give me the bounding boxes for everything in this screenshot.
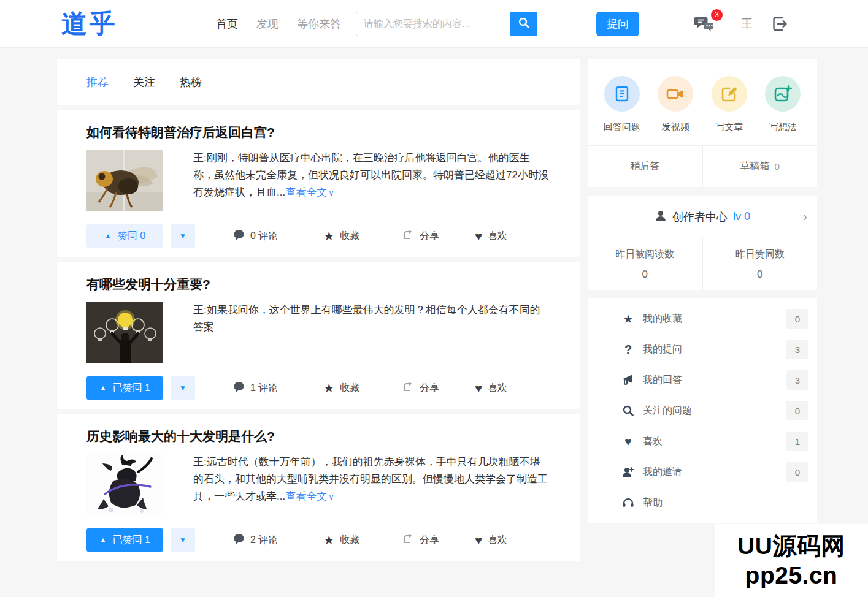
excerpt-text: 王:远古时代（数十万年前），我们的祖先赤身裸体，手中只有几块粗陋不堪的石头，和其…: [193, 456, 548, 502]
video-camera-icon: [658, 76, 693, 112]
nav-link-discover[interactable]: 发现: [256, 17, 278, 31]
write-idea-button[interactable]: 写想法: [756, 76, 810, 133]
answer-document-icon: [604, 76, 640, 112]
feed-tabs: 推荐 关注 热榜: [57, 59, 580, 105]
drafts-label: 草稿箱: [740, 160, 770, 173]
username-link[interactable]: 王: [741, 16, 753, 32]
question-excerpt: 王:远古时代（数十万年前），我们的祖先赤身裸体，手中只有几块粗陋不堪的石头，和其…: [193, 454, 550, 515]
question-title[interactable]: 历史影响最大的十大发明是什么?: [86, 428, 550, 445]
down-triangle-icon: ▼: [179, 536, 186, 544]
menu-item-help[interactable]: 帮助: [588, 487, 817, 518]
menu-item-my-answers[interactable]: 我的回答 3: [588, 365, 817, 395]
collect-button[interactable]: ★ 收藏: [323, 382, 359, 395]
logout-button[interactable]: [771, 15, 788, 32]
comments-button[interactable]: 0 评论: [233, 229, 278, 243]
like-button[interactable]: ♥ 喜欢: [475, 230, 507, 243]
downvote-button[interactable]: ▼: [171, 224, 195, 248]
question-thumbnail-fly-photo[interactable]: [86, 150, 163, 211]
search-icon: [518, 17, 530, 31]
tab-hot-list[interactable]: 热榜: [180, 75, 202, 89]
post-video-button[interactable]: 发视频: [649, 76, 703, 133]
excerpt-text: 王:刚刚，特朗普从医疗中心出院，在三晚治疗后他将返回白宫。他的医生称，虽然他未完…: [193, 152, 549, 198]
question-excerpt: 王:如果我问你，这个世界上有哪些最伟大的发明？相信每个人都会有不同的答案: [193, 302, 550, 363]
menu-item-my-questions[interactable]: ? 我的提问 3: [588, 334, 817, 365]
question-thumbnail-lightbulbs-photo[interactable]: [86, 302, 163, 363]
like-button[interactable]: ♥ 喜欢: [475, 534, 507, 547]
search-button[interactable]: [510, 12, 537, 36]
read-more-link[interactable]: 查看全文∨: [285, 186, 334, 198]
like-label: 喜欢: [488, 382, 507, 395]
caret-down-icon: ∨: [328, 492, 334, 501]
collect-label: 收藏: [340, 382, 359, 395]
question-excerpt: 王:刚刚，特朗普从医疗中心出院，在三晚治疗后他将返回白宫。他的医生称，虽然他未完…: [193, 150, 550, 211]
search-box: [356, 12, 537, 36]
chevron-right-icon: ›: [803, 210, 807, 224]
upvote-label: 已赞同 1: [113, 534, 150, 547]
collect-button[interactable]: ★ 收藏: [323, 230, 359, 243]
downvote-button[interactable]: ▼: [171, 528, 195, 552]
menu-item-my-invitations[interactable]: 我的邀请 0: [588, 457, 817, 487]
star-icon: ★: [621, 313, 636, 325]
drafts-button[interactable]: 草稿箱 0: [702, 146, 818, 187]
nav-link-waiting-answer[interactable]: 等你来答: [297, 17, 341, 31]
collect-button[interactable]: ★ 收藏: [323, 534, 359, 547]
read-more-link[interactable]: 查看全文∨: [285, 490, 334, 502]
like-label: 喜欢: [488, 534, 507, 547]
stat-value: 0: [642, 268, 648, 281]
creator-center-link[interactable]: 创作者中心 lv 0 ›: [588, 196, 817, 238]
up-triangle-icon: ▲: [99, 384, 107, 392]
write-article-button[interactable]: 写文章: [702, 76, 756, 133]
like-button[interactable]: ♥ 喜欢: [475, 382, 507, 395]
invite-person-icon: [621, 466, 636, 477]
share-label: 分享: [420, 230, 439, 243]
watermark-line2: pp25.cn: [745, 561, 838, 590]
count-badge: 0: [786, 309, 808, 329]
question-title[interactable]: 如何看待特朗普治疗后返回白宫?: [86, 124, 550, 141]
search-input[interactable]: [356, 12, 510, 36]
down-triangle-icon: ▼: [179, 232, 186, 240]
tab-recommended[interactable]: 推荐: [86, 75, 109, 89]
menu-item-my-collections[interactable]: ★ 我的收藏 0: [588, 303, 817, 334]
comments-label: 2 评论: [250, 534, 278, 547]
upvote-button[interactable]: ▲已赞同 1: [86, 376, 163, 400]
comments-button[interactable]: 1 评论: [233, 381, 278, 395]
post-video-label: 发视频: [662, 121, 689, 133]
right-sidebar: 回答问题 发视频 写文章 写想法: [588, 59, 817, 523]
site-logo[interactable]: 道乎: [61, 7, 118, 41]
stat-label: 昨日被阅读数: [615, 248, 674, 261]
drafts-count: 0: [775, 161, 780, 172]
upvote-button[interactable]: ▲已赞同 1: [86, 528, 163, 552]
question-icon: ?: [621, 343, 636, 356]
upvote-button[interactable]: ▲赞同 0: [86, 224, 163, 248]
creator-level: lv 0: [733, 210, 750, 223]
answer-question-label: 回答问题: [604, 121, 640, 133]
share-button[interactable]: 分享: [402, 229, 439, 243]
comment-bubble-icon: [233, 381, 245, 395]
menu-item-followed-questions[interactable]: 关注的问题 0: [588, 395, 817, 426]
answer-question-button[interactable]: 回答问题: [595, 76, 649, 133]
tab-following[interactable]: 关注: [133, 75, 155, 89]
collect-label: 收藏: [340, 534, 359, 547]
question-title[interactable]: 有哪些发明十分重要?: [86, 276, 550, 293]
count-badge: 0: [786, 462, 808, 482]
heart-icon: ♥: [475, 230, 482, 242]
ask-question-button[interactable]: 提问: [596, 12, 639, 36]
downvote-button[interactable]: ▼: [171, 376, 195, 400]
collect-label: 收藏: [340, 230, 359, 243]
menu-item-likes[interactable]: ♥ 喜欢 1: [588, 426, 817, 457]
share-button[interactable]: 分享: [402, 381, 439, 395]
nav-link-home[interactable]: 首页: [216, 17, 238, 31]
down-triangle-icon: ▼: [179, 384, 186, 392]
count-badge: 0: [786, 401, 808, 420]
messages-button[interactable]: 3: [694, 14, 716, 34]
answer-later-button[interactable]: 稍后答: [588, 146, 702, 187]
item-action-bar: ▲赞同 0 ▼ 0 评论 ★ 收藏 分享 ♥ 喜欢: [86, 224, 550, 248]
share-button[interactable]: 分享: [402, 533, 439, 547]
star-icon: ★: [323, 230, 334, 242]
comments-button[interactable]: 2 评论: [233, 533, 278, 547]
comment-bubble-icon: [233, 229, 245, 243]
star-icon: ★: [323, 382, 334, 394]
write-idea-label: 写想法: [769, 121, 797, 133]
watermark-line1: UU源码网: [737, 531, 845, 561]
question-thumbnail-ink-warrior[interactable]: [86, 454, 163, 515]
